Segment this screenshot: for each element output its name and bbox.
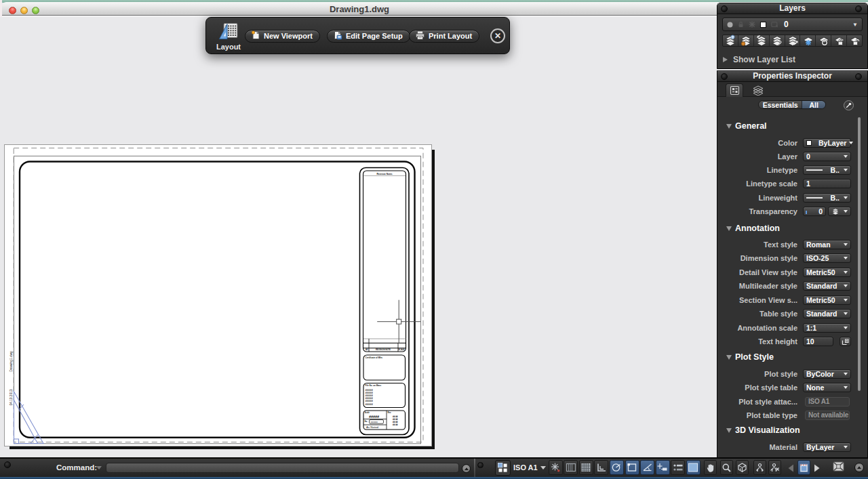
zoom-icon (722, 463, 732, 473)
table-style-dropdown[interactable]: Standard (803, 309, 851, 318)
annotation-autoscale-button[interactable] (768, 460, 781, 475)
status-panel-knob[interactable] (477, 462, 484, 468)
snap-reference-toggle[interactable] (656, 460, 670, 475)
layer-edit-icon[interactable] (770, 35, 785, 46)
status-collapse-knob[interactable] (854, 463, 864, 472)
disclosure-triangle-icon (723, 57, 728, 62)
section-title: Annotation (735, 224, 780, 233)
ortho-toggle[interactable] (594, 460, 608, 475)
property-value: ByLayer (818, 139, 846, 147)
property-row-material: Material ByLayer (717, 442, 867, 452)
layout-tool[interactable]: Layout (213, 21, 244, 51)
revision-footer-right: SCALE (398, 348, 405, 351)
command-history-icon[interactable] (96, 466, 102, 470)
lock-layer-icon[interactable] (831, 35, 847, 46)
close-toolbar-button[interactable]: ✕ (490, 28, 505, 43)
pan-icon (705, 463, 715, 473)
freeze-layer-icon[interactable] (800, 35, 816, 46)
dimension-style-dropdown[interactable]: ISO-25 (803, 253, 851, 263)
property-value: ISO A1 (808, 398, 829, 406)
current-layer-dropdown[interactable]: 0 ▼ (722, 18, 863, 31)
section-general[interactable]: General (726, 121, 767, 131)
layout-nav-button[interactable] (797, 460, 810, 475)
property-row-detail-view-style: Detail View style Metric50 (717, 268, 867, 277)
command-input[interactable] (106, 463, 459, 473)
panel-screw (855, 5, 862, 12)
next-layout-button[interactable] (812, 463, 821, 473)
previous-layout-button[interactable] (787, 463, 795, 473)
command-expand-button[interactable] (462, 464, 471, 473)
no-label: No. (365, 420, 368, 423)
property-value: Roman (806, 241, 831, 249)
layers-panel-header[interactable]: Layers (717, 3, 867, 14)
new-layer-icon[interactable] (723, 35, 738, 46)
show-layer-list[interactable]: Show Layer List (723, 55, 795, 64)
properties-panel-title: Properties Inspector (753, 71, 832, 81)
multileader-style-dropdown[interactable]: Standard (803, 281, 851, 291)
grid-toggle[interactable] (579, 460, 593, 475)
text-style-dropdown[interactable]: Roman (803, 240, 851, 249)
eyedropper-button[interactable] (844, 100, 854, 110)
annotation-visibility-button[interactable] (753, 460, 766, 475)
section-annotation[interactable]: Annotation (726, 224, 780, 233)
no-value: xxxxxxxx (371, 421, 378, 423)
viewport-spaces-button[interactable] (495, 460, 511, 476)
layer-dropdown[interactable]: 0 (803, 152, 851, 161)
edit-page-setup-button[interactable]: Edit Page Setup (327, 30, 410, 43)
layout-paper[interactable]: Revision Notes A0 REVISION NOTE SCALE Ce… (4, 144, 432, 446)
property-row-plot-style: Plot style ByColor (717, 369, 867, 379)
command-panel-knob[interactable] (4, 461, 11, 468)
transparency-dropdown[interactable] (828, 207, 851, 216)
maximize-viewport-button[interactable] (833, 461, 844, 472)
merge-layer-icon[interactable] (785, 35, 801, 46)
color-dropdown[interactable]: ByLayer (803, 138, 851, 148)
object-snap-toggle[interactable] (625, 460, 639, 475)
tab-object-properties[interactable] (726, 83, 743, 97)
orbit-button[interactable] (736, 460, 749, 475)
layer-delete-icon[interactable] (738, 35, 754, 46)
pan-button[interactable] (704, 460, 717, 475)
detail-view-style-dropdown[interactable]: Metric50 (803, 268, 851, 277)
filter-all-segment[interactable]: All (802, 101, 825, 108)
properties-panel-header[interactable]: Properties Inspector (717, 71, 867, 82)
tab-layer-properties[interactable] (749, 83, 767, 97)
chevron-down-icon (844, 299, 848, 301)
filter-essentials-segment[interactable]: Essentials (759, 101, 802, 108)
previous-layer-icon[interactable] (754, 35, 770, 46)
snap-toggle[interactable] (549, 460, 563, 475)
print-layout-button[interactable]: Print Layout (409, 30, 479, 43)
linetype-scale-input[interactable]: 1 (803, 179, 851, 188)
object-snap-tracking-toggle[interactable] (640, 460, 654, 475)
property-row-color: Color ByLayer (717, 138, 867, 148)
property-value: 10 (806, 337, 814, 346)
lineweight-display-toggle[interactable] (686, 460, 701, 475)
plot-table-type-field: Not available (805, 411, 850, 420)
transparency-slider-field[interactable]: 0 (803, 207, 826, 216)
zoom-button[interactable] (720, 460, 733, 475)
grid-display-toggle[interactable] (564, 460, 578, 475)
paper-size-dropdown[interactable]: ISO A1 (513, 458, 538, 478)
rev-hatch-rows: ## ## ## ## ## ## ## ## (393, 415, 398, 426)
unlock-layer-icon[interactable] (847, 35, 862, 46)
property-value: 1 (806, 180, 810, 188)
section-plot-style[interactable]: Plot Style (726, 352, 774, 362)
plot-style-dropdown[interactable]: ByColor (803, 369, 851, 379)
section-view-style-dropdown[interactable]: Metric50 (803, 295, 851, 305)
linetype-dropdown[interactable]: B.. (803, 165, 851, 175)
text-height-picker-button[interactable] (840, 337, 851, 346)
dynamic-input-toggle[interactable] (671, 460, 685, 475)
polar-tracking-toggle[interactable] (610, 460, 624, 475)
text-height-input[interactable]: 10 (803, 337, 833, 346)
section-3d-visualization[interactable]: 3D Visualization (726, 425, 800, 435)
annotation-autoscale-icon (770, 463, 780, 473)
annotation-scale-dropdown[interactable]: 1:1 (803, 323, 851, 333)
lineweight-dropdown[interactable]: B.. (803, 193, 851, 203)
chevron-down-icon (844, 285, 848, 287)
property-row-text-height: Text height 10 (717, 337, 867, 346)
properties-tab-bar (717, 82, 867, 97)
plot-style-table-dropdown[interactable]: None (803, 383, 851, 392)
material-dropdown[interactable]: ByLayer (803, 442, 851, 452)
new-viewport-button[interactable]: New Viewport (245, 30, 320, 43)
layer-off-icon[interactable] (816, 35, 831, 46)
layers-stack-icon (752, 85, 764, 96)
